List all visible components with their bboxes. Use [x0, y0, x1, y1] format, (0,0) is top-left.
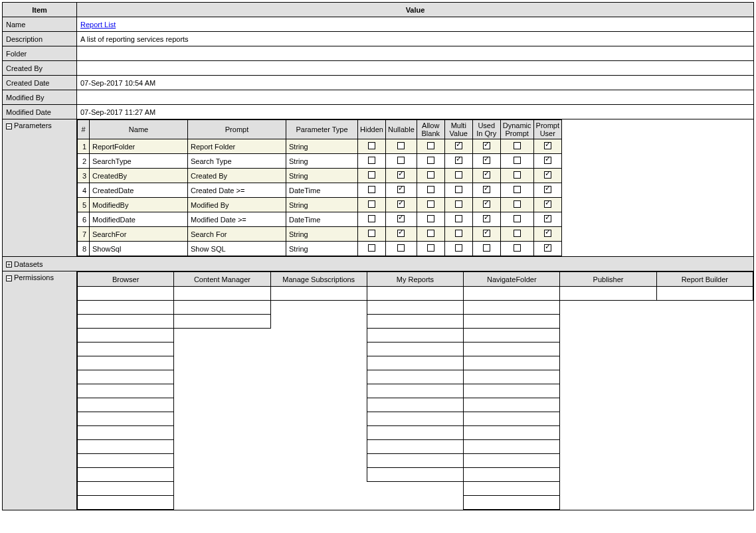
permission-cell [174, 412, 270, 426]
permission-row [78, 482, 753, 496]
param-nullable [386, 154, 417, 169]
param-name: CreatedDate [90, 183, 188, 198]
param-nullable [386, 212, 417, 227]
checkbox-unchecked-icon [455, 171, 462, 179]
param-nullable [386, 227, 417, 242]
permission-cell [367, 454, 463, 468]
checkbox-unchecked-icon [483, 244, 490, 252]
param-usedinqry [472, 227, 500, 242]
param-allowblank [417, 169, 444, 183]
param-hidden [358, 169, 386, 183]
permission-cell [560, 454, 656, 468]
permission-cell [560, 384, 656, 398]
param-promptuser [533, 242, 561, 256]
permission-cell [656, 454, 753, 468]
permission-cell [464, 496, 560, 510]
report-name-link[interactable]: Report List [80, 21, 116, 29]
param-header-usedinqry: Used In Qry [472, 120, 500, 139]
permission-row [78, 398, 753, 412]
param-promptuser [533, 169, 561, 183]
checkbox-unchecked-icon [514, 200, 521, 208]
permission-row [78, 412, 753, 426]
param-hidden [358, 139, 386, 154]
checkbox-checked-icon [455, 142, 462, 149]
collapse-icon[interactable]: − [6, 123, 12, 129]
param-header-dynamicprompt: Dynamic Prompt [500, 120, 533, 139]
permission-row [78, 356, 753, 370]
permission-cell [78, 329, 174, 343]
param-promptuser [533, 198, 561, 212]
expand-icon[interactable]: + [6, 262, 12, 267]
permission-cell [174, 482, 270, 496]
permission-header: Publisher [560, 272, 656, 287]
checkbox-unchecked-icon [427, 186, 434, 193]
checkbox-checked-icon [483, 171, 490, 179]
permission-cell [464, 482, 560, 496]
param-hidden [358, 154, 386, 169]
permission-cell [367, 301, 463, 315]
param-header-allowblank: Allow Blank [417, 120, 444, 139]
checkbox-checked-icon [397, 200, 405, 208]
permission-cell [367, 440, 463, 454]
checkbox-checked-icon [544, 157, 551, 164]
permission-cell [560, 287, 656, 301]
row-folder-label: Folder [3, 46, 77, 61]
permission-cell [174, 287, 270, 301]
permission-header: My Reports [367, 272, 463, 287]
row-createdby-label: Created By [3, 61, 77, 76]
row-modifieddate-value: 07-Sep-2017 11:27 AM [77, 105, 754, 119]
permission-cell [78, 496, 174, 510]
permission-row [78, 301, 753, 315]
permission-cell [464, 287, 560, 301]
permission-cell [464, 301, 560, 315]
permission-cell [464, 329, 560, 343]
param-allowblank [417, 227, 444, 242]
checkbox-unchecked-icon [427, 171, 434, 179]
parameter-row: 4CreatedDateCreated Date >=DateTime [78, 183, 562, 198]
permission-cell [560, 329, 656, 343]
param-dynamicprompt [500, 169, 533, 183]
param-prompt: Search For [188, 227, 286, 242]
param-name: CreatedBy [90, 169, 188, 183]
param-num: 1 [78, 139, 90, 154]
permission-cell [560, 426, 656, 440]
param-promptuser [533, 183, 561, 198]
checkbox-checked-icon [544, 200, 551, 208]
param-allowblank [417, 139, 444, 154]
param-num: 6 [78, 212, 90, 227]
permission-header: Report Builder [656, 272, 753, 287]
permission-cell [560, 343, 656, 356]
row-createdby-value [77, 61, 754, 76]
param-dynamicprompt [500, 154, 533, 169]
param-promptuser [533, 139, 561, 154]
parameter-row: 3CreatedByCreated ByString [78, 169, 562, 183]
permission-header: Manage Subscriptions [270, 272, 367, 287]
parameters-cell: # Name Prompt Parameter Type Hidden Null… [77, 119, 754, 257]
permission-cell [464, 356, 560, 370]
param-header-promptuser: Prompt User [533, 120, 561, 139]
param-allowblank [417, 183, 444, 198]
param-ptype: String [286, 227, 358, 242]
param-header-ptype: Parameter Type [286, 120, 358, 139]
collapse-icon[interactable]: − [6, 275, 12, 281]
checkbox-checked-icon [483, 142, 490, 149]
checkbox-unchecked-icon [368, 244, 375, 252]
param-promptuser [533, 154, 561, 169]
checkbox-unchecked-icon [514, 215, 521, 222]
param-multivalue [444, 212, 472, 227]
param-num: 8 [78, 242, 90, 256]
parameter-row: 7SearchForSearch ForString [78, 227, 562, 242]
param-dynamicprompt [500, 198, 533, 212]
param-usedinqry [472, 169, 500, 183]
permission-cell [656, 412, 753, 426]
permission-cell [656, 287, 753, 301]
permission-cell [656, 343, 753, 356]
param-hidden [358, 227, 386, 242]
permission-cell [656, 301, 753, 315]
param-header-num: # [78, 120, 90, 139]
permission-cell [656, 496, 753, 510]
permission-cell [78, 398, 174, 412]
checkbox-unchecked-icon [427, 215, 434, 222]
param-dynamicprompt [500, 242, 533, 256]
checkbox-unchecked-icon [397, 142, 405, 149]
